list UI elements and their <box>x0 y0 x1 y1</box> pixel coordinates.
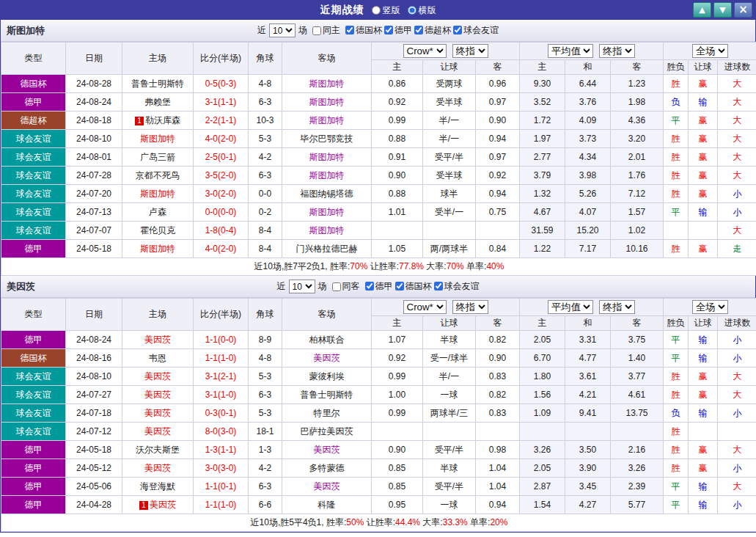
league-cell: 球会友谊 <box>1 130 66 148</box>
league-filter-option[interactable]: 球会友谊 <box>434 280 480 293</box>
same-venue-filter[interactable]: 同客 <box>332 280 360 293</box>
date-cell: 24-05-18 <box>66 240 122 258</box>
avg-stage-select[interactable]: 终指 <box>599 44 635 58</box>
layout-vertical-option[interactable]: 竖版 <box>372 4 400 17</box>
away-team-link[interactable]: 斯图加特 <box>309 115 345 125</box>
home-team-link[interactable]: 勒沃库森 <box>145 115 180 125</box>
panel-title: 近期战绩 <box>320 4 364 17</box>
away-team-link[interactable]: 柏林联合 <box>309 335 345 345</box>
home-team-link[interactable]: 卢森 <box>149 207 166 217</box>
away-team-link[interactable]: 斯图加特 <box>309 207 345 217</box>
away-team-link[interactable]: 斯图加特 <box>309 78 345 89</box>
home-team-link[interactable]: 美因茨 <box>144 390 171 400</box>
odds-stage-select[interactable]: 终指 <box>452 300 488 314</box>
away-team-link[interactable]: 福图纳锡塔德 <box>301 189 353 199</box>
league-filter-option[interactable]: 德国杯 <box>395 280 432 293</box>
league-checkbox[interactable] <box>395 282 404 291</box>
away-team-link[interactable]: 美因茨 <box>314 353 340 363</box>
home-team-link[interactable]: 弗赖堡 <box>144 97 171 107</box>
col-odds-home: 主 <box>372 60 423 75</box>
home-team-link[interactable]: 海登海默 <box>140 481 175 492</box>
away-team-link[interactable]: 多特蒙德 <box>309 463 345 473</box>
home-team-link[interactable]: 斯图加特 <box>140 189 175 199</box>
home-team-link[interactable]: 斯图加特 <box>140 244 175 254</box>
match-row: 球会友谊24-08-10斯图加特4-0(2-0)5-3毕尔巴鄂竞技0.88半/一… <box>1 130 756 148</box>
avg-away-cell: 13.75 <box>611 404 664 423</box>
home-team-link[interactable]: 美因茨 <box>144 426 171 436</box>
home-team-link[interactable]: 美因茨 <box>144 408 171 418</box>
league-checkbox[interactable] <box>414 26 423 34</box>
match-count-select[interactable]: 10 <box>289 280 315 293</box>
home-team-link[interactable]: 美因茨 <box>144 371 171 381</box>
odds-source-select[interactable]: Crow* <box>403 44 447 58</box>
league-checkbox[interactable] <box>434 282 443 291</box>
col-date: 日期 <box>66 43 122 75</box>
result-cell: 胜 <box>664 368 689 386</box>
scope-select[interactable]: 全场 <box>692 300 728 314</box>
league-filter-option[interactable]: 德甲 <box>384 24 412 37</box>
league-checkbox[interactable] <box>365 282 374 291</box>
odds-home-cell <box>372 222 423 240</box>
home-team-link[interactable]: 韦恩 <box>149 353 166 363</box>
col-handicap: 让球 <box>689 60 718 75</box>
match-count-select[interactable]: 10 <box>269 23 296 37</box>
league-filter-option[interactable]: 德超杯 <box>414 24 451 37</box>
away-team-link[interactable]: 蒙彼利埃 <box>309 371 345 381</box>
games-label: 场 <box>298 24 307 37</box>
vertical-radio[interactable] <box>372 6 381 15</box>
home-team-link[interactable]: 美因茨 <box>144 463 171 473</box>
goal-result-cell: 大 <box>718 386 756 404</box>
home-team-link[interactable]: 广岛三箭 <box>140 152 175 162</box>
away-team-link[interactable]: 毕尔巴鄂竞技 <box>301 134 353 144</box>
team-name: 美因茨 <box>7 280 35 293</box>
same-venue-checkbox[interactable] <box>312 26 321 35</box>
away-team-link[interactable]: 斯图加特 <box>309 152 345 162</box>
avg-stage-select[interactable]: 终指 <box>599 300 635 314</box>
date-cell: 24-08-18 <box>66 112 122 130</box>
result-cell: 胜 <box>664 459 689 478</box>
home-team-link[interactable]: 沃尔夫斯堡 <box>136 445 180 455</box>
league-filter-option[interactable]: 德国杯 <box>345 24 382 37</box>
avg-source-select[interactable]: 平均值 <box>548 300 593 314</box>
scroll-down-button[interactable]: ▼ <box>713 2 732 18</box>
away-team-link[interactable]: 门兴格拉德巴赫 <box>296 244 358 254</box>
home-team-link[interactable]: 霍伦贝克 <box>140 225 175 235</box>
home-team-link[interactable]: 斯图加特 <box>140 134 175 144</box>
handicap-result-cell: 输 <box>689 349 718 368</box>
home-team-link[interactable]: 美因茨 <box>144 335 171 345</box>
home-team-link[interactable]: 普鲁士明斯特 <box>131 78 184 89</box>
odds-stage-select[interactable]: 终指 <box>452 44 488 58</box>
league-filter-option[interactable]: 球会友谊 <box>453 24 499 37</box>
away-team-link[interactable]: 斯图加特 <box>309 170 345 180</box>
close-button[interactable]: × <box>734 2 752 18</box>
away-team-link[interactable]: 巴萨拉美因茨 <box>301 426 353 436</box>
home-team-link[interactable]: 京都不死鸟 <box>136 170 180 180</box>
horizontal-radio[interactable] <box>408 6 416 15</box>
odds-home-cell: 0.99 <box>372 368 423 386</box>
corner-cell: 4-2 <box>249 148 282 167</box>
away-team-link[interactable]: 美因茨 <box>314 445 340 455</box>
avg-away-cell: 7.12 <box>611 185 664 203</box>
league-checkbox[interactable] <box>453 26 462 34</box>
away-team-link[interactable]: 特里尔 <box>314 408 340 418</box>
layout-horizontal-option[interactable]: 横版 <box>408 4 436 17</box>
league-cell: 德甲 <box>1 496 66 514</box>
away-team-link[interactable]: 美因茨 <box>314 481 340 492</box>
avg-away-cell: 1.57 <box>611 203 664 222</box>
league-filter-option[interactable]: 德甲 <box>365 280 393 293</box>
scope-select[interactable]: 全场 <box>692 44 728 58</box>
avg-source-select[interactable]: 平均值 <box>548 44 593 58</box>
same-venue-checkbox[interactable] <box>332 282 341 291</box>
league-cell: 球会友谊 <box>1 167 66 185</box>
league-checkbox[interactable] <box>345 26 354 34</box>
away-team-link[interactable]: 普鲁士明斯特 <box>301 390 353 400</box>
away-team-link[interactable]: 斯图加特 <box>309 97 345 107</box>
away-team-link[interactable]: 科隆 <box>318 500 336 510</box>
same-venue-filter[interactable]: 同主 <box>312 24 340 37</box>
away-team-link[interactable]: 斯图加特 <box>309 225 345 235</box>
home-team-link[interactable]: 美因茨 <box>150 500 176 510</box>
odds-source-select[interactable]: Crow* <box>403 300 447 314</box>
league-checkbox[interactable] <box>384 26 393 34</box>
scroll-up-button[interactable]: ▲ <box>693 2 711 18</box>
record-summary: 近10场,胜7平2负1, 胜率:70% 让胜率:77.8% 大率:70% 单率:… <box>1 258 756 276</box>
